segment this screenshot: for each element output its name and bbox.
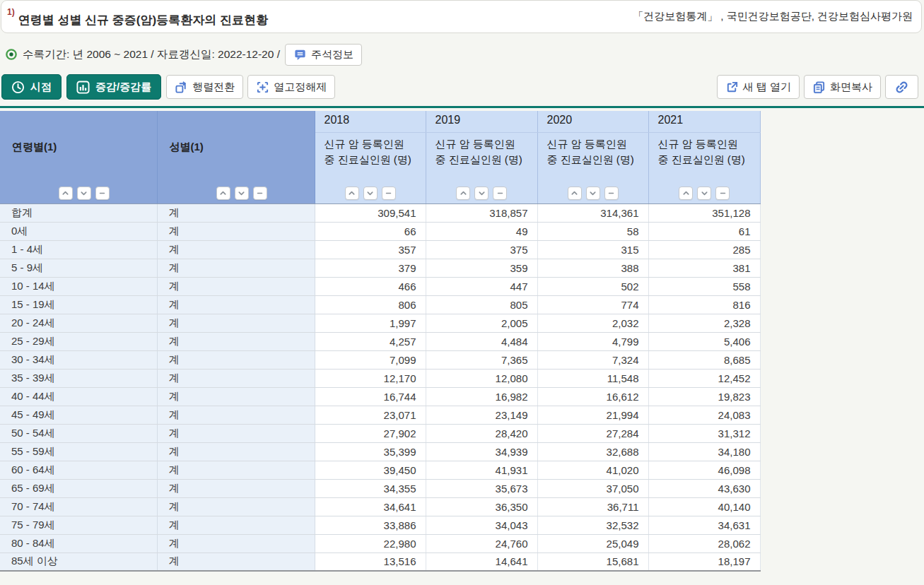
age-cell: 합계: [0, 203, 157, 222]
table-row: 55 - 59세 계 35,399 34,939 32,688 34,180: [0, 442, 760, 461]
sort-desc-button[interactable]: [586, 187, 600, 200]
annotation-info-button[interactable]: 주석정보: [285, 44, 362, 66]
value-cell: 806: [315, 295, 426, 314]
sex-cell: 계: [157, 240, 315, 259]
col-header-year-2019: 2019: [426, 111, 537, 132]
age-cell: 85세 이상: [0, 552, 157, 571]
sort-clear-button[interactable]: [253, 187, 267, 200]
value-cell: 21,994: [537, 406, 648, 424]
value-cell: 309,541: [315, 203, 426, 222]
value-cell: 357: [315, 240, 426, 259]
measure-label: 신규 암 등록인원 중 진료실인원 (명): [537, 132, 648, 183]
table-row: 10 - 14세 계 466 447 502 558: [0, 277, 760, 295]
value-cell: 359: [426, 259, 537, 277]
sort-asc-button[interactable]: [216, 187, 230, 200]
chevron-up-icon: [348, 189, 356, 197]
sort-desc-button[interactable]: [697, 187, 711, 200]
value-cell: 4,484: [426, 332, 537, 350]
sort-asc-button[interactable]: [59, 187, 73, 200]
value-cell: 46,098: [648, 461, 760, 479]
unfreeze-columns-button[interactable]: 열고정해제: [247, 75, 335, 99]
sort-clear-button[interactable]: [715, 187, 730, 200]
value-cell: 15,681: [537, 552, 648, 571]
table-row: 80 - 84세 계 22,980 24,760 25,049 28,062: [0, 534, 760, 552]
sex-cell: 계: [157, 516, 315, 534]
screen-copy-button[interactable]: 화면복사: [804, 75, 881, 99]
age-cell: 25 - 29세: [0, 332, 157, 350]
value-cell: 34,939: [426, 442, 537, 461]
sort-clear-button[interactable]: [382, 187, 396, 200]
share-link-button[interactable]: [885, 75, 918, 99]
age-cell: 5 - 9세: [0, 259, 157, 277]
sort-desc-button[interactable]: [77, 187, 91, 200]
age-cell: 50 - 54세: [0, 424, 157, 442]
value-cell: 16,612: [537, 387, 648, 406]
transpose-button[interactable]: 행렬전환: [166, 75, 243, 99]
chevron-down-icon: [701, 189, 708, 197]
value-cell: 58: [537, 222, 648, 240]
sort-clear-button[interactable]: [95, 187, 110, 200]
chevron-up-icon: [682, 189, 690, 197]
age-cell: 0세: [0, 222, 157, 240]
value-cell: 36,711: [537, 497, 648, 516]
value-cell: 12,170: [315, 369, 426, 387]
value-cell: 33,886: [315, 516, 426, 534]
sort-asc-button[interactable]: [568, 187, 582, 200]
value-cell: 502: [537, 277, 648, 295]
sex-cell: 계: [157, 203, 315, 222]
title-bar: 1) 연령별 성별 신규 중증(암)등록환자의 진료현황 「건강보험통계」 , …: [1, 0, 922, 33]
minus-icon: [496, 189, 504, 197]
screen-copy-label: 화면복사: [830, 81, 872, 94]
value-cell: 23,071: [315, 406, 426, 424]
value-cell: 774: [537, 295, 648, 314]
value-cell: 41,020: [537, 461, 648, 479]
value-cell: 379: [315, 259, 426, 277]
sex-cell: 계: [157, 461, 315, 479]
sex-cell: 계: [157, 406, 315, 424]
chevron-up-icon: [571, 189, 578, 197]
value-cell: 5,406: [648, 332, 760, 350]
sort-clear-button[interactable]: [604, 187, 619, 200]
table-row: 1 - 4세 계 357 375 315 285: [0, 240, 760, 259]
footnote-marker: 1): [7, 7, 15, 17]
value-cell: 16,744: [315, 387, 426, 406]
meta-row: 수록기간: 년 2006 ~ 2021 / 자료갱신일: 2022-12-20 …: [5, 42, 362, 67]
value-cell: 7,324: [537, 350, 648, 369]
col-header-year-2020: 2020: [537, 111, 648, 132]
toolbar: 시점 증감/증감률 행렬전환 열고정해제 새 탭 열기: [1, 73, 923, 101]
sort-cell-age: [0, 183, 157, 203]
sex-cell: 계: [157, 222, 315, 240]
value-cell: 7,365: [426, 350, 537, 369]
sort-desc-button[interactable]: [474, 187, 489, 200]
delta-rate-label: 증감/증감률: [95, 81, 151, 94]
value-cell: 39,450: [315, 461, 426, 479]
sort-asc-button[interactable]: [345, 187, 359, 200]
time-point-button[interactable]: 시점: [1, 74, 62, 100]
sort-asc-button[interactable]: [679, 187, 693, 200]
sex-cell: 계: [157, 332, 315, 350]
value-cell: 12,452: [648, 369, 760, 387]
age-cell: 75 - 79세: [0, 516, 157, 534]
value-cell: 24,760: [426, 534, 537, 552]
sort-clear-button[interactable]: [493, 187, 507, 200]
delta-rate-button[interactable]: 증감/증감률: [66, 74, 161, 100]
sort-cell-2019: [426, 183, 537, 203]
sort-asc-button[interactable]: [456, 187, 470, 200]
value-cell: 23,149: [426, 406, 537, 424]
sort-cell-2018: [315, 183, 426, 203]
speech-bubble-icon: [293, 48, 307, 61]
open-new-tab-button[interactable]: 새 탭 열기: [717, 75, 800, 99]
value-cell: 14,641: [426, 552, 537, 571]
sex-cell: 계: [157, 497, 315, 516]
measure-label: 신규 암 등록인원 중 진료실인원 (명): [426, 132, 537, 183]
value-cell: 4,257: [315, 332, 426, 350]
value-cell: 4,799: [537, 332, 648, 350]
sort-desc-button[interactable]: [363, 187, 378, 200]
title-group: 1) 연령별 성별 신규 중증(암)등록환자의 진료현황: [7, 5, 268, 28]
value-cell: 816: [648, 295, 760, 314]
time-point-label: 시점: [30, 81, 52, 94]
value-cell: 466: [315, 277, 426, 295]
value-cell: 32,688: [537, 442, 648, 461]
target-icon: [5, 48, 18, 61]
sort-desc-button[interactable]: [235, 187, 249, 200]
